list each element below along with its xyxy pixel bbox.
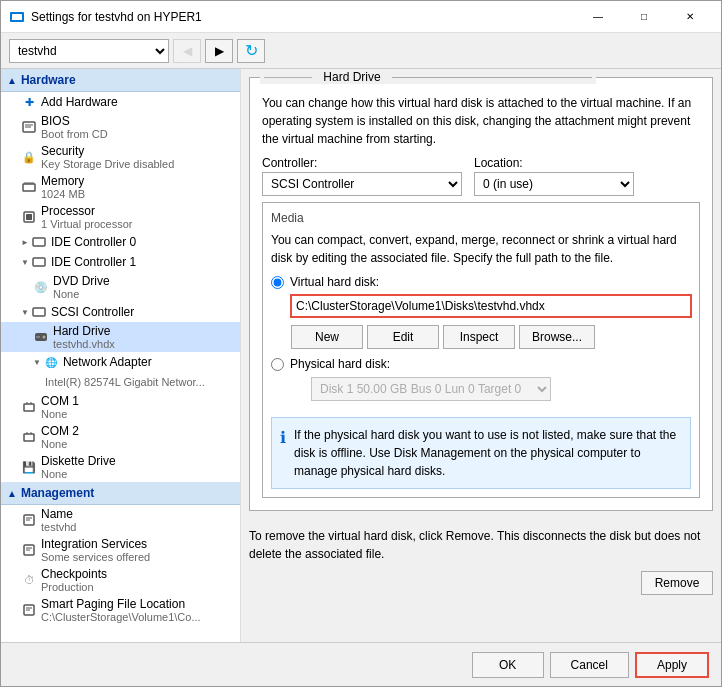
remove-button[interactable]: Remove [641, 571, 713, 595]
remove-btn-row: Remove [249, 571, 713, 595]
dvd-sublabel: None [53, 288, 110, 300]
physical-hd-label[interactable]: Physical hard disk: [290, 357, 390, 371]
virtual-hd-radio[interactable] [271, 276, 284, 289]
network-sub-label: Intel(R) 82574L Gigabit Networ... [45, 376, 205, 388]
management-section-header[interactable]: ▲ Management [1, 482, 240, 505]
svg-rect-22 [24, 434, 34, 441]
sidebar-item-security[interactable]: 🔒 Security Key Storage Drive disabled [1, 142, 240, 172]
main-content: ▲ Hardware ✚ Add Hardware BIOS Boot from… [1, 69, 721, 642]
processor-sublabel: 1 Virtual processor [41, 218, 133, 230]
sidebar-item-integration[interactable]: Integration Services Some services offer… [1, 535, 240, 565]
refresh-button[interactable]: ↻ [237, 39, 265, 63]
bios-sublabel: Boot from CD [41, 128, 108, 140]
hd-description: You can change how this virtual hard dis… [262, 94, 700, 148]
sidebar: ▲ Hardware ✚ Add Hardware BIOS Boot from… [1, 69, 241, 642]
inspect-button[interactable]: Inspect [443, 325, 515, 349]
virtual-hd-label[interactable]: Virtual hard disk: [290, 275, 379, 289]
ide1-label: IDE Controller 1 [51, 255, 136, 269]
paging-sublabel: C:\ClusterStorage\Volume1\Co... [41, 611, 201, 623]
svg-rect-14 [33, 258, 45, 266]
bios-label: BIOS [41, 114, 108, 128]
physical-hd-radio[interactable] [271, 358, 284, 371]
location-select[interactable]: 0 (in use) [474, 172, 634, 196]
controller-location-row: Controller: SCSI Controller Location: 0 … [262, 156, 700, 196]
sidebar-item-ide0[interactable]: ► IDE Controller 0 [1, 232, 240, 252]
hard-drive-group: ———— Hard Drive You can change how this … [249, 77, 713, 511]
vm-selector[interactable]: testvhd [9, 39, 169, 63]
com1-icon [21, 399, 37, 415]
memory-icon [21, 179, 37, 195]
sidebar-item-hard-drive[interactable]: Hard Drive testvhd.vhdx [1, 322, 240, 352]
dvd-icon: 💿 [33, 279, 49, 295]
svg-point-17 [43, 336, 46, 339]
controller-label: Controller: [262, 156, 462, 170]
group-title-text: Hard Drive [323, 70, 380, 84]
ide1-icon [31, 254, 47, 270]
sidebar-item-ide1[interactable]: ▼ IDE Controller 1 [1, 252, 240, 272]
sidebar-item-dvd[interactable]: 💿 DVD Drive None [1, 272, 240, 302]
back-button[interactable]: ◀ [173, 39, 201, 63]
maximize-button[interactable]: □ [621, 1, 667, 33]
hard-drive-sublabel: testvhd.vhdx [53, 338, 115, 350]
paging-label: Smart Paging File Location [41, 597, 201, 611]
media-description: You can compact, convert, expand, merge,… [271, 231, 691, 267]
info-text: If the physical hard disk you want to us… [294, 426, 682, 480]
add-hardware-label: Add Hardware [41, 95, 118, 109]
diskette-label: Diskette Drive [41, 454, 116, 468]
window-title: Settings for testvhd on HYPER1 [31, 10, 575, 24]
sidebar-item-network[interactable]: ▼ 🌐 Network Adapter [1, 352, 240, 372]
memory-label: Memory [41, 174, 85, 188]
ide1-arrow: ▼ [21, 258, 29, 267]
sidebar-item-add-hardware[interactable]: ✚ Add Hardware [1, 92, 240, 112]
sidebar-item-com2[interactable]: COM 2 None [1, 422, 240, 452]
sidebar-item-memory[interactable]: Memory 1024 MB [1, 172, 240, 202]
svg-rect-1 [12, 14, 22, 20]
svg-rect-13 [33, 238, 45, 246]
network-label: Network Adapter [63, 355, 152, 369]
minimize-button[interactable]: — [575, 1, 621, 33]
hardware-chevron: ▲ [7, 75, 17, 86]
sidebar-item-com1[interactable]: COM 1 None [1, 392, 240, 422]
info-box: ℹ If the physical hard disk you want to … [271, 417, 691, 489]
sidebar-item-paging[interactable]: Smart Paging File Location C:\ClusterSto… [1, 595, 240, 625]
security-icon: 🔒 [21, 149, 37, 165]
footer: OK Cancel Apply [1, 642, 721, 686]
security-label: Security [41, 144, 174, 158]
vhd-path-input[interactable] [291, 295, 691, 317]
browse-button[interactable]: Browse... [519, 325, 595, 349]
hardware-section-header[interactable]: ▲ Hardware [1, 69, 240, 92]
controller-select[interactable]: SCSI Controller [262, 172, 462, 196]
panel-content: ———— Hard Drive You can change how this … [241, 69, 721, 642]
network-icon: 🌐 [43, 354, 59, 370]
apply-button[interactable]: Apply [635, 652, 709, 678]
vhd-path-row [291, 295, 691, 317]
settings-window: Settings for testvhd on HYPER1 — □ ✕ tes… [0, 0, 722, 687]
ide0-arrow: ► [21, 238, 29, 247]
ok-button[interactable]: OK [472, 652, 544, 678]
edit-button[interactable]: Edit [367, 325, 439, 349]
cancel-button[interactable]: Cancel [550, 652, 629, 678]
sidebar-item-name[interactable]: Name testvhd [1, 505, 240, 535]
close-button[interactable]: ✕ [667, 1, 713, 33]
com1-label: COM 1 [41, 394, 79, 408]
window-controls: — □ ✕ [575, 1, 713, 33]
svg-rect-5 [23, 184, 35, 191]
sidebar-item-checkpoints[interactable]: ⏱ Checkpoints Production [1, 565, 240, 595]
controller-group: Controller: SCSI Controller [262, 156, 462, 196]
checkpoints-icon: ⏱ [21, 572, 37, 588]
sidebar-item-scsi[interactable]: ▼ SCSI Controller [1, 302, 240, 322]
right-panel: ———— Hard Drive You can change how this … [241, 69, 721, 642]
sidebar-item-processor[interactable]: Processor 1 Virtual processor [1, 202, 240, 232]
name-sublabel: testvhd [41, 521, 76, 533]
physical-disk-row: Disk 1 50.00 GB Bus 0 Lun 0 Target 0 [291, 377, 691, 409]
sidebar-item-diskette[interactable]: 💾 Diskette Drive None [1, 452, 240, 482]
sidebar-item-bios[interactable]: BIOS Boot from CD [1, 112, 240, 142]
com1-sublabel: None [41, 408, 79, 420]
new-button[interactable]: New [291, 325, 363, 349]
physical-disk-select[interactable]: Disk 1 50.00 GB Bus 0 Lun 0 Target 0 [311, 377, 551, 401]
integration-label: Integration Services [41, 537, 150, 551]
sidebar-item-network-sub[interactable]: Intel(R) 82574L Gigabit Networ... [1, 372, 240, 392]
name-icon [21, 512, 37, 528]
forward-button[interactable]: ▶ [205, 39, 233, 63]
bios-icon [21, 119, 37, 135]
